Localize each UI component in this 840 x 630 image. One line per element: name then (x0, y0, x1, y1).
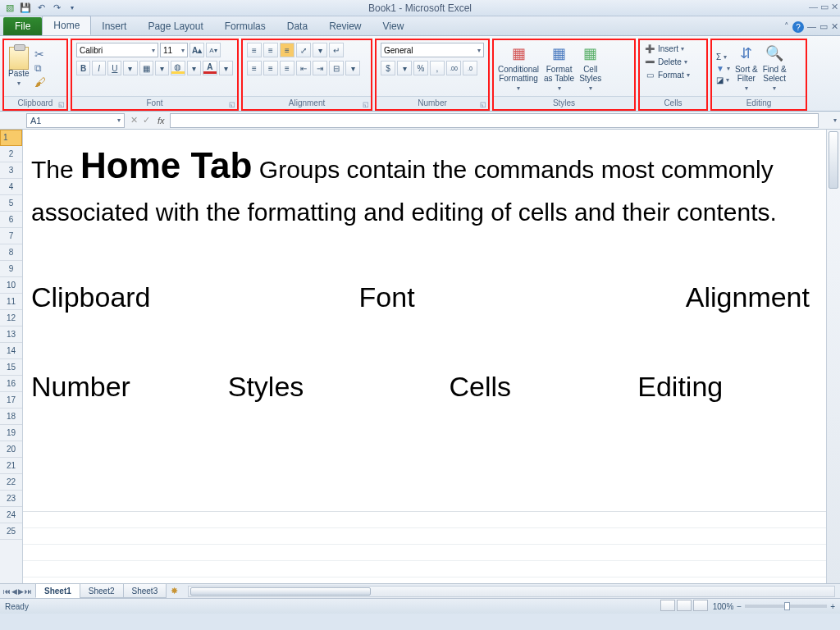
row-header[interactable]: 12 (0, 310, 22, 326)
number-format-select[interactable]: General▾ (381, 43, 484, 57)
fill-dropdown-icon[interactable]: ▾ (187, 61, 201, 75)
redo-icon[interactable]: ↷ (50, 2, 63, 15)
align-center-icon[interactable]: ≡ (263, 61, 278, 75)
window-close-icon[interactable]: ✕ (831, 21, 838, 33)
merge-dropdown-icon[interactable]: ▾ (345, 61, 360, 75)
row-header[interactable]: 2 (0, 146, 22, 162)
font-color-icon[interactable]: A (203, 61, 217, 75)
first-sheet-icon[interactable]: ⏮ (3, 587, 11, 596)
sheet-tab[interactable]: Sheet1 (35, 584, 80, 598)
expand-formula-bar-icon[interactable]: ▾ (833, 116, 840, 124)
row-header[interactable]: 24 (0, 507, 22, 523)
row-header[interactable]: 25 (0, 523, 22, 540)
underline-button[interactable]: U (107, 61, 121, 75)
window-restore-icon[interactable]: ▭ (819, 21, 828, 33)
tab-review[interactable]: Review (318, 17, 372, 35)
row-header[interactable]: 19 (0, 425, 22, 441)
row-header[interactable]: 18 (0, 409, 22, 425)
tab-insert[interactable]: Insert (91, 17, 137, 35)
increase-indent-icon[interactable]: ⇥ (313, 61, 327, 75)
align-right-icon[interactable]: ≡ (280, 61, 294, 75)
help-icon[interactable]: ? (792, 21, 804, 33)
borders-dropdown-icon[interactable]: ▾ (155, 61, 169, 75)
currency-icon[interactable]: $ (381, 61, 395, 75)
row-header[interactable]: 16 (0, 376, 22, 392)
cell-styles-button[interactable]: ▦Cell Styles▾ (579, 44, 601, 93)
row-header[interactable]: 20 (0, 441, 22, 458)
horizontal-scrollbar[interactable] (188, 586, 835, 597)
font-color-dropdown-icon[interactable]: ▾ (219, 61, 233, 75)
window-min-icon[interactable]: — (807, 21, 816, 33)
row-header[interactable]: 4 (0, 179, 22, 195)
zoom-out-icon[interactable]: − (737, 602, 742, 611)
row-header[interactable]: 7 (0, 228, 22, 244)
clear-button[interactable]: ◪▾ (716, 75, 730, 84)
row-header[interactable]: 15 (0, 359, 22, 376)
tab-data[interactable]: Data (276, 17, 318, 35)
find-select-button[interactable]: 🔍Find & Select▾ (763, 44, 787, 93)
format-cells-button[interactable]: ▭Format ▾ (644, 69, 702, 80)
launcher-icon[interactable]: ◱ (229, 98, 235, 111)
align-bottom-icon[interactable]: ≡ (280, 43, 294, 57)
row-header[interactable]: 3 (0, 162, 22, 179)
align-top-icon[interactable]: ≡ (247, 43, 262, 57)
wrap-text-icon[interactable]: ↵ (329, 43, 344, 57)
bold-button[interactable]: B (76, 61, 90, 75)
launcher-icon[interactable]: ◱ (58, 98, 65, 111)
file-tab[interactable]: File (3, 17, 42, 35)
row-header[interactable]: 11 (0, 294, 22, 310)
sort-filter-button[interactable]: ⇵Sort & Filter▾ (735, 44, 758, 93)
orientation-dropdown-icon[interactable]: ▾ (313, 43, 327, 57)
underline-dropdown-icon[interactable]: ▾ (123, 61, 137, 75)
paste-button[interactable]: Paste ▾ (8, 48, 30, 88)
conditional-formatting-button[interactable]: ▦Conditional Formatting▾ (498, 44, 539, 93)
zoom-in-icon[interactable]: + (830, 602, 835, 611)
sheet-tab[interactable]: Sheet3 (123, 584, 167, 598)
enter-formula-icon[interactable]: ✓ (140, 115, 153, 126)
tab-home[interactable]: Home (42, 16, 91, 35)
launcher-icon[interactable]: ◱ (363, 98, 369, 111)
decrease-indent-icon[interactable]: ⇤ (296, 61, 311, 75)
row-headers[interactable]: 1 2 3 4 5 6 7 8 9 10 11 12 13 14 15 16 1… (0, 130, 23, 583)
sheet-grid[interactable]: The Home Tab Groups contain the commands… (23, 130, 826, 583)
page-break-view-icon[interactable] (693, 600, 708, 611)
orientation-icon[interactable]: ⤢ (296, 43, 311, 57)
font-size-select[interactable]: 11▾ (160, 43, 188, 57)
zoom-level[interactable]: 100% (713, 602, 734, 611)
fill-button[interactable]: ▼▾ (716, 64, 730, 73)
merge-center-icon[interactable]: ⊟ (329, 61, 344, 75)
comma-icon[interactable]: , (430, 61, 445, 75)
percent-icon[interactable]: % (413, 61, 428, 75)
new-sheet-icon[interactable]: ✸ (166, 586, 183, 596)
cancel-formula-icon[interactable]: ✕ (128, 115, 140, 126)
borders-icon[interactable]: ▦ (139, 61, 153, 75)
align-left-icon[interactable]: ≡ (247, 61, 262, 75)
shrink-font-icon[interactable]: A▾ (206, 43, 221, 57)
format-painter-icon[interactable]: 🖌 (34, 75, 46, 89)
normal-view-icon[interactable] (660, 600, 675, 611)
increase-decimal-icon[interactable]: .00 (446, 61, 461, 75)
format-as-table-button[interactable]: ▦Format as Table▾ (544, 44, 574, 93)
formula-input[interactable] (170, 113, 819, 128)
decrease-decimal-icon[interactable]: .0 (463, 61, 477, 75)
page-layout-view-icon[interactable] (677, 600, 692, 611)
cut-icon[interactable]: ✂ (34, 48, 46, 61)
tab-page-layout[interactable]: Page Layout (137, 17, 213, 35)
fill-color-icon[interactable]: ◍ (171, 61, 185, 75)
currency-dropdown-icon[interactable]: ▾ (397, 61, 412, 75)
row-header[interactable]: 10 (0, 277, 22, 294)
delete-cells-button[interactable]: ➖Delete ▾ (644, 56, 702, 67)
copy-icon[interactable]: ⧉ (34, 62, 46, 74)
row-header[interactable]: 5 (0, 195, 22, 212)
qat-dropdown-icon[interactable]: ▾ (66, 2, 79, 15)
autosum-button[interactable]: Σ▾ (716, 52, 730, 62)
minimize-ribbon-icon[interactable]: ˄ (784, 21, 789, 33)
maximize-icon[interactable]: ▭ (820, 2, 829, 12)
tab-formulas[interactable]: Formulas (214, 17, 276, 35)
zoom-slider[interactable] (745, 605, 827, 608)
align-middle-icon[interactable]: ≡ (263, 43, 278, 57)
save-icon[interactable]: 💾 (19, 2, 32, 15)
next-sheet-icon[interactable]: ▶ (18, 587, 24, 596)
fx-icon[interactable]: fx (153, 116, 170, 126)
last-sheet-icon[interactable]: ⏭ (25, 587, 32, 596)
